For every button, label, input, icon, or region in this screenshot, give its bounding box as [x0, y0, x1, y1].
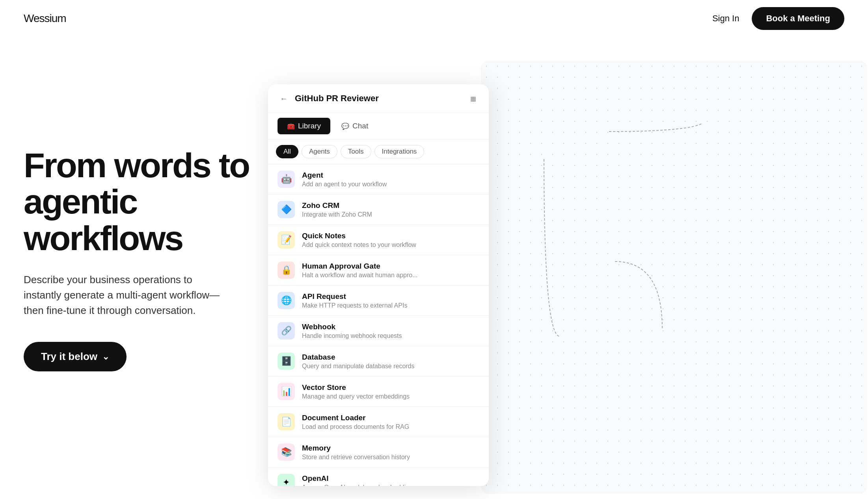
app-tabs: 🧰 Library 💬 Chat	[268, 113, 489, 139]
list-item-document-loader[interactable]: 📄 Document Loader Load and process docum…	[268, 407, 489, 437]
filter-all[interactable]: All	[276, 145, 298, 158]
library-icon: 🧰	[287, 122, 295, 130]
vector-store-icon: 📊	[278, 383, 295, 400]
navbar: Wessium Sign In Book a Meeting	[0, 0, 868, 37]
quick-notes-icon: 📝	[278, 231, 295, 249]
human-approval-icon: 🔒	[278, 262, 295, 279]
book-meeting-button[interactable]: Book a Meeting	[752, 7, 844, 30]
memory-icon: 📚	[278, 443, 295, 461]
filter-tools[interactable]: Tools	[341, 145, 371, 158]
list-item-database[interactable]: 🗄️ Database Query and manipulate databas…	[268, 346, 489, 377]
list-item-quick-notes[interactable]: 📝 Quick Notes Add quick context notes to…	[268, 225, 489, 255]
database-icon: 🗄️	[278, 352, 295, 370]
nav-actions: Sign In Book a Meeting	[712, 7, 844, 30]
list-item-agent[interactable]: 🤖 Agent Add an agent to your workflow	[268, 164, 489, 195]
demo-panel: ← GitHub PR Reviewer ▦ 🧰 Library 💬 Chat …	[268, 61, 867, 499]
openai-icon: ✦	[278, 474, 295, 486]
tab-library[interactable]: 🧰 Library	[278, 118, 330, 134]
back-button[interactable]: ←	[278, 92, 290, 105]
filter-chips: All Agents Tools Integrations	[268, 139, 489, 164]
list-item-webhook[interactable]: 🔗 Webhook Handle incoming webhook reques…	[268, 316, 489, 346]
tab-chat[interactable]: 💬 Chat	[332, 118, 378, 134]
filter-integrations[interactable]: Integrations	[374, 145, 425, 158]
workflow-background	[481, 61, 867, 494]
list-item-zoho[interactable]: 🔷 Zoho CRM Integrate with Zoho CRM	[268, 195, 489, 225]
list-item-human-approval[interactable]: 🔒 Human Approval Gate Halt a workflow an…	[268, 255, 489, 286]
hero-section: From words to agentic workflows Describe…	[0, 37, 868, 499]
agent-icon: 🤖	[278, 171, 295, 188]
api-request-icon: 🌐	[278, 292, 295, 309]
chevron-down-icon: ⌄	[102, 352, 109, 362]
list-item-api-request[interactable]: 🌐 API Request Make HTTP requests to exte…	[268, 286, 489, 316]
zoho-icon: 🔷	[278, 201, 295, 218]
list-item-vector-store[interactable]: 📊 Vector Store Manage and query vector e…	[268, 377, 489, 407]
library-list: 🤖 Agent Add an agent to your workflow 🔷 …	[268, 164, 489, 486]
logo: Wessium	[24, 12, 66, 25]
list-item-memory[interactable]: 📚 Memory Store and retrieve conversation…	[268, 437, 489, 467]
app-window-title: GitHub PR Reviewer	[295, 93, 462, 104]
app-header: ← GitHub PR Reviewer ▦	[268, 84, 489, 113]
hero-title: From words to agentic workflows	[24, 147, 268, 256]
hero-subtitle: Describe your business operations to ins…	[24, 272, 229, 318]
chat-icon: 💬	[341, 122, 349, 130]
document-loader-icon: 📄	[278, 413, 295, 430]
app-window: ← GitHub PR Reviewer ▦ 🧰 Library 💬 Chat …	[268, 84, 489, 486]
try-it-button[interactable]: Try it below ⌄	[24, 342, 127, 371]
webhook-icon: 🔗	[278, 322, 295, 339]
filter-agents[interactable]: Agents	[302, 145, 337, 158]
hero-text: From words to agentic workflows Describe…	[24, 69, 268, 371]
list-item-openai[interactable]: ✦ OpenAI Access OpenAI models and embedd…	[268, 467, 489, 486]
layout-toggle-button[interactable]: ▦	[467, 92, 479, 105]
sign-in-link[interactable]: Sign In	[712, 13, 739, 24]
